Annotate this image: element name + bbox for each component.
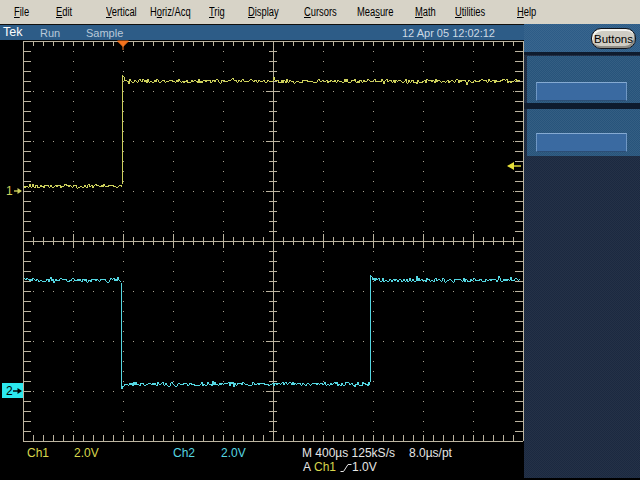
menu-item-cursors[interactable]: Cursors bbox=[304, 5, 337, 19]
graticule bbox=[0, 40, 524, 443]
oscilloscope-screen: File Edit Vertical Horiz/Acq Trig Displa… bbox=[0, 0, 640, 480]
menu-item-math[interactable]: Math bbox=[415, 5, 436, 19]
trigger-level-arrowhead bbox=[507, 162, 514, 170]
resolution-readout: 8.0µs/pt bbox=[409, 447, 452, 460]
readout-bar: Ch1 2.0V Ch2 2.0V M 400µs 125kS/s 8.0µs/… bbox=[0, 443, 524, 480]
menu-item-help[interactable]: Help bbox=[517, 5, 536, 19]
ch1-readout-label: Ch1 bbox=[27, 447, 49, 460]
trigger-position-marker bbox=[118, 41, 129, 47]
ch2-trace bbox=[24, 276, 520, 389]
side-menu-field-1[interactable] bbox=[536, 82, 627, 101]
ch1-reference-marker: 1 bbox=[6, 185, 13, 197]
ch1-reference-arrowhead bbox=[18, 188, 23, 194]
trigger-level-readout: 1.0V bbox=[352, 461, 377, 474]
acquisition-mode: Sample bbox=[86, 27, 123, 39]
menu-bar: File Edit Vertical Horiz/Acq Trig Displa… bbox=[0, 0, 640, 25]
trigger-source-readout: Ch1 bbox=[314, 461, 336, 474]
ch2-scale-readout: 2.0V bbox=[221, 447, 246, 460]
datetime-readout: 12 Apr 05 12:02:12 bbox=[402, 27, 495, 39]
side-menu-slot-2[interactable] bbox=[527, 109, 640, 156]
trigger-mode-readout: A bbox=[303, 461, 311, 474]
rising-slope-icon bbox=[340, 463, 352, 473]
menu-item-edit[interactable]: Edit bbox=[56, 5, 72, 19]
side-panel: Buttons bbox=[524, 40, 640, 478]
waveform-display: 12 bbox=[0, 40, 524, 443]
menu-item-utilities[interactable]: Utilities bbox=[455, 5, 485, 19]
side-panel-header: Buttons bbox=[524, 24, 640, 53]
side-panel-divider bbox=[524, 52, 640, 55]
buttons-button[interactable]: Buttons bbox=[591, 28, 636, 49]
menu-item-vertical[interactable]: Vertical bbox=[106, 5, 137, 19]
ch2-readout-label: Ch2 bbox=[173, 447, 195, 460]
menu-item-measure[interactable]: Measure bbox=[357, 5, 393, 19]
menu-item-trig[interactable]: Trig bbox=[209, 5, 225, 19]
menu-item-display[interactable]: Display bbox=[248, 5, 279, 19]
tek-logo: Tek bbox=[3, 26, 22, 38]
acquisition-state: Run bbox=[40, 27, 60, 39]
menu-item-file[interactable]: File bbox=[14, 5, 29, 19]
side-menu-slot-1[interactable] bbox=[527, 56, 640, 103]
menu-item-horiz-acq[interactable]: Horiz/Acq bbox=[150, 5, 191, 19]
ch2-reference-label: 2 bbox=[6, 385, 13, 397]
side-menu-field-2[interactable] bbox=[536, 133, 627, 152]
rising-slope-glyph bbox=[341, 465, 352, 472]
ch1-scale-readout: 2.0V bbox=[74, 447, 99, 460]
graticule-crosshair bbox=[23, 41, 523, 441]
horizontal-readout: M 400µs 125kS/s bbox=[302, 447, 395, 460]
